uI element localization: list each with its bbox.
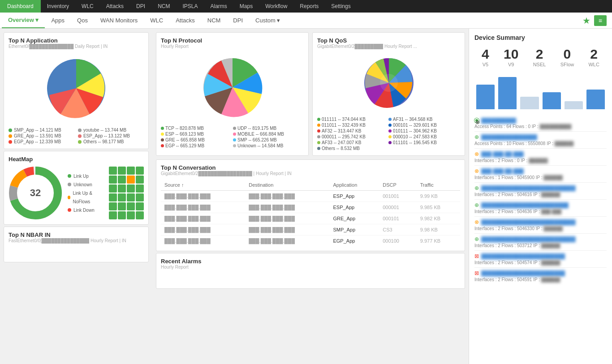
count-v9: 10 V9 xyxy=(504,47,518,67)
col-source: Source ↑ xyxy=(161,180,245,191)
top-n-application-card: Top N Application Ethernet0/████████████… xyxy=(4,32,149,149)
table-row: ███.███.███.███ ███.███.███.███ SMP_App … xyxy=(161,224,460,236)
nav-item-dashboard[interactable]: Dashboard xyxy=(0,0,41,13)
menu-button[interactable]: ≡ xyxy=(594,15,607,26)
alarms-subtitle: Hourly Report xyxy=(161,265,460,270)
top-n-protocol-card: Top N Protocol Hourly Report xyxy=(156,32,309,156)
star-icon[interactable]: ★ xyxy=(582,15,590,26)
qos-title: Top N QoS xyxy=(317,37,460,44)
subnav-overview[interactable]: Overview ▾ xyxy=(2,13,45,28)
nav-item-maps[interactable]: Maps xyxy=(233,0,259,13)
conversation-table: Source ↑ Destination Application DSCP Tr… xyxy=(161,180,460,246)
subnav-dpi[interactable]: DPI xyxy=(227,13,249,28)
nav-item-inventory[interactable]: Inventory xyxy=(41,0,75,13)
heatmap-count: 32 xyxy=(30,187,41,199)
top-n-qos-card: Top N QoS GigabitEthernet0/2█████████ Ho… xyxy=(312,32,465,156)
list-item: ⊠ ████████████████████████ Interfaces : … xyxy=(474,268,607,284)
list-item: ⊕ ███████████████████████████ Interfaces… xyxy=(474,234,607,251)
list-item: ⊕ ████████████████ Access Points : 10 Fl… xyxy=(474,132,607,149)
nav-item-attacks[interactable]: Attacks xyxy=(100,0,130,13)
conversation-title: Top N Conversation xyxy=(161,164,460,171)
nav-item-alarms[interactable]: Alarms xyxy=(204,0,233,13)
list-item: ⊕ ██████████ Access Points : 64 Flows : … xyxy=(474,116,607,132)
device-list: ⊕ ██████████ Access Points : 64 Flows : … xyxy=(474,116,607,284)
conversation-subtitle: GigabitEthernet0/2█████████████████ | Ho… xyxy=(161,171,460,176)
col-app: Application xyxy=(329,180,379,191)
list-item: ⊕ █████████████████████████ Interfaces :… xyxy=(474,200,607,217)
device-summary-panel: Device Summary 4 V5 10 V9 2 NSEL 0 SFlow xyxy=(469,29,612,290)
col-dest: Destination xyxy=(245,180,329,191)
count-sflow: 0 SFlow xyxy=(560,47,574,67)
list-item: ⊗ ███.███.██.███ Interfaces : 1 Flows : … xyxy=(474,166,607,183)
subnav-attacks[interactable]: Attacks xyxy=(169,13,201,28)
nav-item-settings[interactable]: Settings xyxy=(325,0,357,13)
count-wlc: 2 WLC xyxy=(588,47,599,67)
list-item: ⊗ ███.███.██.███ Interfaces : 2 Flows : … xyxy=(474,149,607,166)
nav-item-reports[interactable]: Reports xyxy=(293,0,325,13)
top-n-app-chart xyxy=(9,52,144,124)
nav-item-workflow[interactable]: Workflow xyxy=(259,0,293,13)
col-traffic: Traffic xyxy=(417,180,460,191)
nav-item-ipsla[interactable]: IPSLA xyxy=(176,0,204,13)
table-row: ███.███.███.███ ███.███.███.███ ESP_App … xyxy=(161,191,460,202)
list-item: ⊗ ███████████████████████████ Interfaces… xyxy=(474,217,607,234)
top-n-app-subtitle: Ethernet0/██████████████ Daily Report | … xyxy=(9,44,144,49)
list-item: ⊠ ████████████████████████ Interfaces : … xyxy=(474,251,607,268)
top-n-nbar-subtitle: FastEthernet0/0[███████████████ Hourly R… xyxy=(9,238,144,243)
qos-subtitle: GigabitEthernet0/2█████████ Hourly Repor… xyxy=(317,44,460,49)
count-v5: 4 V5 xyxy=(482,47,489,67)
subnav-custom[interactable]: Custom ▾ xyxy=(249,13,286,28)
table-row: ███.███.███.███ ███.███.███.███ GRE_App … xyxy=(161,213,460,224)
svg-point-8 xyxy=(380,74,398,92)
top-n-nbar-title: Top N NBAR IN xyxy=(9,231,144,238)
table-row: ███.███.███.███ ███.███.███.███ EGP_App … xyxy=(161,236,460,247)
sub-nav: Overview ▾ Apps Qos WAN Monitors WLC Att… xyxy=(0,13,612,29)
subnav-wlc[interactable]: WLC xyxy=(144,13,169,28)
protocol-subtitle: Hourly Report xyxy=(161,44,304,49)
top-n-app-legend: SMP_App -- 14.121 MB youtube -- 13.744 M… xyxy=(9,128,144,144)
alarms-title: Recent Alarms xyxy=(161,258,460,265)
nav-item-ncm[interactable]: NCM xyxy=(151,0,176,13)
subnav-wan[interactable]: WAN Monitors xyxy=(94,13,144,28)
subnav-apps[interactable]: Apps xyxy=(45,13,71,28)
heatmap-title: HeatMap xyxy=(9,156,144,163)
nav-item-wlc[interactable]: WLC xyxy=(75,0,100,13)
device-summary-title: Device Summary xyxy=(474,34,607,41)
subnav-qos[interactable]: Qos xyxy=(71,13,94,28)
top-n-conversation-card: Top N Conversation GigabitEthernet0/2███… xyxy=(156,159,465,251)
nav-item-dpi[interactable]: DPI xyxy=(130,0,151,13)
heatmap-card: HeatMap 32 Link Up xyxy=(4,151,149,225)
top-nav: Dashboard Inventory WLC Attacks DPI NCM … xyxy=(0,0,612,13)
protocol-title: Top N Protocol xyxy=(161,37,304,44)
top-n-nbar-card: Top N NBAR IN FastEthernet0/0[██████████… xyxy=(4,227,149,262)
top-n-app-title: Top N Application xyxy=(9,37,144,44)
col-dscp: DSCP xyxy=(379,180,417,191)
recent-alarms-card: Recent Alarms Hourly Report xyxy=(156,253,465,289)
count-nsel: 2 NSEL xyxy=(533,47,546,67)
subnav-ncm[interactable]: NCM xyxy=(201,13,227,28)
list-item: ⊕ ███████████████████████████ Interfaces… xyxy=(474,183,607,200)
table-row: ███.███.███.███ ███.███.███.███ ESP_App … xyxy=(161,202,460,213)
